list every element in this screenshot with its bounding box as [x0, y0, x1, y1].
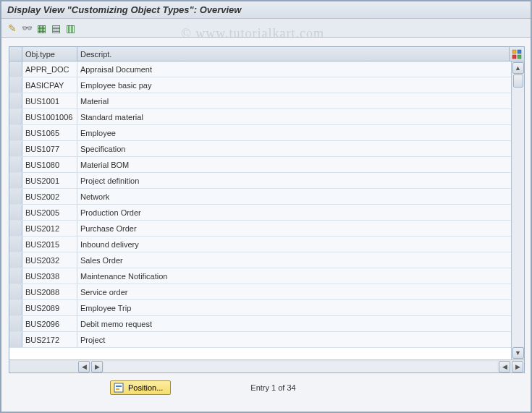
- cell-obj-type[interactable]: BUS2002: [22, 189, 77, 204]
- cell-obj-type[interactable]: BUS1001: [22, 93, 77, 108]
- table-row: BUS1001Material: [9, 93, 511, 109]
- scroll-track-horizontal[interactable]: [104, 362, 497, 372]
- row-selector[interactable]: [9, 93, 22, 108]
- cell-description[interactable]: Standard material: [77, 109, 511, 124]
- row-selector[interactable]: [9, 173, 22, 188]
- title-bar: Display View "Customizing Object Types":…: [1, 1, 531, 19]
- cell-obj-type[interactable]: BUS2032: [22, 252, 77, 268]
- cell-description[interactable]: Service order: [77, 284, 511, 299]
- cell-obj-type[interactable]: BUS1077: [22, 141, 77, 156]
- horizontal-scrollbar: ◀ ▶ ◀ ▶: [9, 359, 524, 372]
- cell-obj-type[interactable]: BUS2172: [22, 332, 77, 347]
- row-selector[interactable]: [9, 332, 22, 347]
- footer: Position... Entry 1 of 34: [9, 380, 523, 395]
- toggle-change-icon[interactable]: ✎: [6, 22, 19, 35]
- position-icon: [114, 383, 124, 393]
- scroll-down-button[interactable]: ▼: [512, 347, 524, 359]
- cell-description[interactable]: Maintenance Notification: [77, 268, 511, 284]
- cell-obj-type[interactable]: BASICPAY: [22, 77, 77, 93]
- table-body: APPR_DOCAppraisal DocumentBASICPAYEmploy…: [9, 61, 524, 359]
- row-selector[interactable]: [9, 157, 22, 172]
- scroll-thumb-vertical[interactable]: [513, 74, 523, 88]
- cell-description[interactable]: Purchase Order: [77, 221, 511, 236]
- toolbar: ✎ 👓 ▦ ▤ ▥: [1, 19, 531, 38]
- row-selector[interactable]: [9, 316, 22, 331]
- cell-description[interactable]: Employee: [77, 125, 511, 140]
- cell-obj-type[interactable]: BUS2001: [22, 173, 77, 188]
- vertical-scrollbar: ▲ ▼: [511, 61, 524, 359]
- svg-rect-3: [518, 55, 521, 59]
- cell-description[interactable]: Debit memo request: [77, 316, 511, 331]
- row-selector[interactable]: [9, 77, 22, 93]
- scroll-left-button-2[interactable]: ▶: [91, 361, 103, 372]
- scroll-left-button[interactable]: ◀: [78, 361, 90, 372]
- scroll-track-vertical[interactable]: [512, 74, 524, 346]
- table-settings-icon[interactable]: [510, 47, 524, 61]
- svg-rect-2: [512, 55, 516, 59]
- row-selector[interactable]: [9, 109, 22, 124]
- row-selector[interactable]: [9, 252, 22, 268]
- row-selector[interactable]: [9, 221, 22, 236]
- cell-description[interactable]: Project definition: [77, 173, 511, 188]
- cell-description[interactable]: Material BOM: [77, 157, 511, 172]
- glasses-icon[interactable]: 👓: [20, 22, 33, 35]
- table-row: BASICPAYEmployee basic pay: [9, 77, 511, 93]
- table-row: BUS2012Purchase Order: [9, 221, 511, 237]
- cell-obj-type[interactable]: BUS2012: [22, 221, 77, 236]
- svg-rect-4: [114, 383, 123, 392]
- cell-description[interactable]: Employee Trip: [77, 300, 511, 315]
- table-container: Obj.type Descript. APPR_DOCAppraisal Doc…: [9, 46, 525, 373]
- cell-obj-type[interactable]: APPR_DOC: [22, 61, 77, 77]
- rows-area: APPR_DOCAppraisal DocumentBASICPAYEmploy…: [9, 61, 511, 359]
- select-block-icon[interactable]: ▤: [49, 22, 62, 35]
- cell-obj-type[interactable]: BUS2005: [22, 205, 77, 220]
- cell-description[interactable]: Inbound delivery: [77, 237, 511, 252]
- header-row-selector[interactable]: [9, 47, 22, 61]
- cell-obj-type[interactable]: BUS2096: [22, 316, 77, 331]
- cell-obj-type[interactable]: BUS2015: [22, 237, 77, 252]
- row-selector[interactable]: [9, 237, 22, 252]
- position-button[interactable]: Position...: [110, 380, 171, 395]
- deselect-all-icon[interactable]: ▥: [64, 22, 77, 35]
- table-row: BUS2005Production Order: [9, 205, 511, 221]
- table-row: BUS2172Project: [9, 332, 511, 348]
- cell-obj-type[interactable]: BUS1001006: [22, 109, 77, 124]
- row-selector[interactable]: [9, 284, 22, 299]
- cell-description[interactable]: Sales Order: [77, 252, 511, 268]
- cell-description[interactable]: Network: [77, 189, 511, 204]
- table-row: BUS2088Service order: [9, 284, 511, 300]
- table-row: BUS1080Material BOM: [9, 157, 511, 173]
- row-selector[interactable]: [9, 300, 22, 315]
- cell-obj-type[interactable]: BUS1065: [22, 125, 77, 140]
- cell-description[interactable]: Appraisal Document: [77, 61, 511, 77]
- entry-counter: Entry 1 of 34: [250, 383, 295, 392]
- svg-rect-0: [512, 50, 516, 54]
- header-description[interactable]: Descript.: [77, 47, 510, 61]
- row-selector[interactable]: [9, 205, 22, 220]
- row-selector[interactable]: [9, 189, 22, 204]
- cell-description[interactable]: Specification: [77, 141, 511, 156]
- cell-description[interactable]: Employee basic pay: [77, 77, 511, 93]
- scroll-up-button[interactable]: ▲: [512, 62, 524, 74]
- cell-description[interactable]: Project: [77, 332, 511, 347]
- row-selector[interactable]: [9, 141, 22, 156]
- table-row: BUS2001Project definition: [9, 173, 511, 189]
- content-area: Obj.type Descript. APPR_DOCAppraisal Doc…: [1, 38, 531, 401]
- select-all-icon[interactable]: ▦: [35, 22, 48, 35]
- header-obj-type[interactable]: Obj.type: [22, 47, 77, 61]
- table-row: BUS2096Debit memo request: [9, 316, 511, 332]
- table-row: BUS1001006Standard material: [9, 109, 511, 125]
- cell-obj-type[interactable]: BUS2038: [22, 268, 77, 284]
- cell-description[interactable]: Production Order: [77, 205, 511, 220]
- cell-obj-type[interactable]: BUS2089: [22, 300, 77, 315]
- table-header: Obj.type Descript.: [9, 47, 524, 61]
- scroll-right-button[interactable]: ◀: [499, 361, 510, 372]
- table-row: BUS2089Employee Trip: [9, 300, 511, 316]
- row-selector[interactable]: [9, 268, 22, 284]
- row-selector[interactable]: [9, 125, 22, 140]
- cell-obj-type[interactable]: BUS2088: [22, 284, 77, 299]
- row-selector[interactable]: [9, 61, 22, 77]
- cell-description[interactable]: Material: [77, 93, 511, 108]
- scroll-right-button-2[interactable]: ▶: [512, 361, 523, 372]
- cell-obj-type[interactable]: BUS1080: [22, 157, 77, 172]
